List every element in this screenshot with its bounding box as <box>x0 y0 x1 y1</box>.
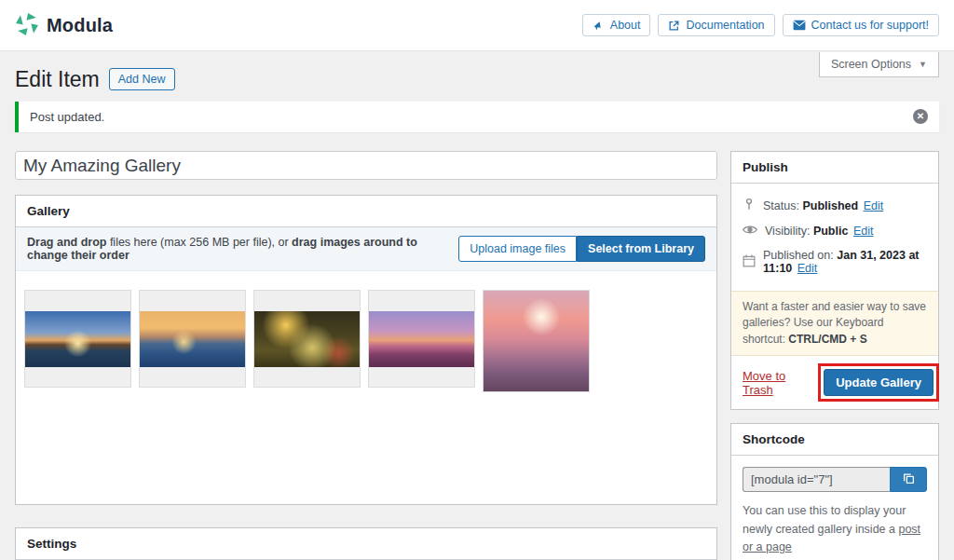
move-to-trash-link[interactable]: Move to Trash <box>743 369 818 397</box>
upload-image-files-button[interactable]: Upload image files <box>458 236 577 262</box>
upload-dropzone[interactable]: Drag and drop files here (max 256 MB per… <box>16 227 716 271</box>
about-button[interactable]: About <box>582 14 651 36</box>
gallery-thumbnail-ocean-sunset[interactable] <box>24 290 131 388</box>
sunlit-flowers-photo <box>254 311 360 367</box>
select-from-library-button[interactable]: Select from Library <box>577 236 705 262</box>
external-link-icon <box>668 20 680 32</box>
publish-metabox: Publish Status: Published Edit <box>730 151 939 410</box>
mail-icon <box>793 20 806 31</box>
highlight-annotation-box: Update Gallery <box>818 363 939 402</box>
megaphone-icon <box>593 20 605 32</box>
plugin-header: Modula About Documentation <box>0 0 954 51</box>
shortcut-keys: CTRL/CMD + S <box>788 333 866 346</box>
status-value: Published <box>802 199 858 212</box>
visibility-value: Public <box>813 225 849 238</box>
dropzone-instructions: Drag and drop files here (max 256 MB per… <box>27 236 449 262</box>
settings-metabox-title: Settings <box>16 528 716 560</box>
gallery-thumbnail-mountain-sunrise[interactable] <box>139 290 246 388</box>
gallery-title-input[interactable] <box>15 151 717 180</box>
documentation-button[interactable]: Documentation <box>658 14 774 36</box>
settings-metabox: Settings <box>15 527 717 560</box>
shortcode-help-text: You can use this to display your newly c… <box>743 502 927 556</box>
add-new-button[interactable]: Add New <box>109 68 175 90</box>
gallery-thumbnail-sunlit-flowers[interactable] <box>253 290 361 388</box>
mountain-sunrise-photo <box>140 311 245 367</box>
eye-icon <box>743 224 757 239</box>
page-title: Edit Item <box>15 66 100 92</box>
header-actions: About Documentation Contact us for suppo… <box>582 14 939 36</box>
dismiss-notice-icon[interactable]: ✕ <box>913 109 928 124</box>
update-gallery-button[interactable]: Update Gallery <box>824 369 934 396</box>
copy-shortcode-button[interactable] <box>890 467 927 492</box>
purple-sunset-photo <box>369 311 474 367</box>
gallery-thumbnail-pink-haze-sunrise[interactable] <box>483 290 590 392</box>
published-on-row: Published on: Jan 31, 2023 at 11:10 Edit <box>743 249 927 275</box>
gallery-metabox-title: Gallery <box>16 196 716 227</box>
gallery-thumbnail-purple-sunset[interactable] <box>368 290 475 388</box>
gallery-thumbnails <box>16 271 716 504</box>
screen-options-tab[interactable]: Screen Options ▼ <box>819 52 939 77</box>
ocean-sunset-photo <box>25 311 130 367</box>
calendar-icon <box>743 254 756 270</box>
pink-haze-sunrise-photo <box>484 291 589 391</box>
copy-icon <box>903 472 915 487</box>
brand-title: Modula <box>47 15 113 36</box>
shortcode-input[interactable] <box>743 467 890 492</box>
edit-visibility-link[interactable]: Edit <box>853 225 874 238</box>
edit-published-date-link[interactable]: Edit <box>797 262 818 275</box>
shortcode-metabox: Shortcode You can use th <box>730 423 939 560</box>
contact-support-button[interactable]: Contact us for support! <box>783 14 939 36</box>
post-status-pin-icon <box>743 198 756 213</box>
edit-status-link[interactable]: Edit <box>864 199 884 212</box>
status-row: Status: Published Edit <box>743 198 927 213</box>
chevron-down-icon: ▼ <box>919 60 927 69</box>
modula-logo-icon <box>15 12 39 39</box>
publish-metabox-title: Publish <box>731 152 938 184</box>
shortcode-metabox-title: Shortcode <box>731 424 938 456</box>
post-updated-notice: Post updated. ✕ <box>15 102 939 132</box>
keyboard-shortcut-note: Want a faster and easier way to save gal… <box>731 291 938 356</box>
brand: Modula <box>15 12 113 39</box>
gallery-metabox: Gallery Drag and drop files here (max 25… <box>15 195 717 505</box>
visibility-row: Visibility: Public Edit <box>743 224 927 239</box>
